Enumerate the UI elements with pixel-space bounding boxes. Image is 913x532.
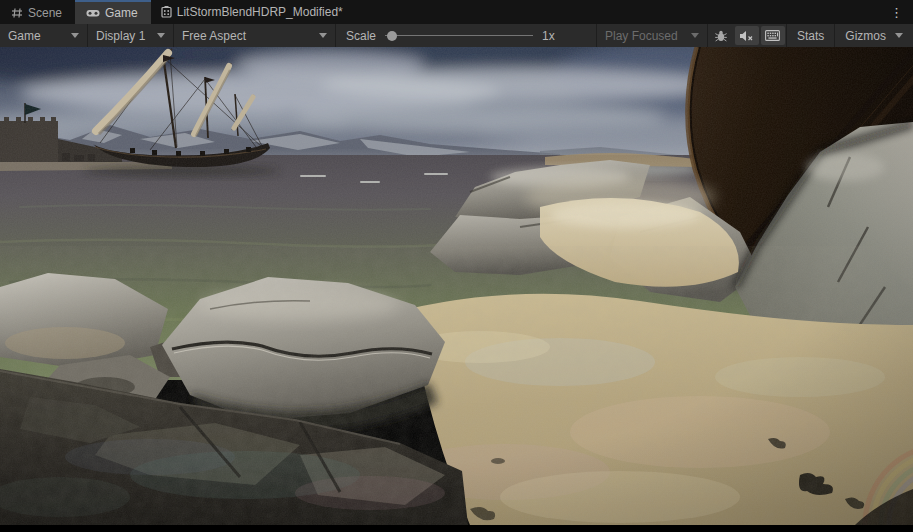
bug-debug-button[interactable] (708, 24, 734, 47)
unity-editor-window: Scene Game LitStormBlendHDR (0, 0, 913, 532)
keyboard-icon (765, 30, 780, 41)
play-focused-dropdown[interactable]: Play Focused (596, 24, 708, 47)
chevron-down-icon (895, 33, 903, 38)
vignette-overlay (0, 47, 913, 525)
scale-slider[interactable] (385, 30, 533, 42)
scale-value: 1x (542, 29, 555, 43)
display-label: Display 1 (96, 29, 149, 43)
bug-icon (714, 29, 728, 43)
game-toolbar: Game Display 1 Free Aspect Scale 1x Play… (0, 24, 913, 47)
scene-asset-icon (161, 6, 172, 18)
tab-game[interactable]: Game (75, 0, 151, 24)
toolbar-spacer (565, 24, 596, 47)
gamepad-icon (86, 7, 100, 19)
display-dropdown[interactable]: Display 1 (88, 24, 174, 47)
keyboard-shortcuts-button[interactable] (761, 26, 785, 45)
aspect-ratio-label: Free Aspect (182, 29, 311, 43)
chevron-down-icon (691, 33, 699, 38)
display-target-dropdown[interactable]: Game (0, 24, 88, 47)
tab-bar: Scene Game LitStormBlendHDR (0, 0, 913, 24)
scene-asset-title: LitStormBlendHDRP_Modified* (151, 0, 353, 24)
gizmos-label: Gizmos (845, 29, 886, 43)
scene-asset-title-label: LitStormBlendHDRP_Modified* (177, 5, 343, 19)
chevron-down-icon (157, 33, 165, 38)
scale-slider-track (385, 35, 533, 36)
chevron-down-icon (319, 33, 327, 38)
scale-slider-handle[interactable] (387, 31, 397, 41)
mute-audio-icon (739, 30, 754, 42)
gizmos-button[interactable]: Gizmos (834, 24, 913, 47)
chevron-down-icon (71, 33, 79, 38)
display-target-label: Game (8, 29, 63, 43)
tab-scene[interactable]: Scene (0, 0, 75, 24)
tab-scene-label: Scene (28, 6, 62, 20)
stats-button[interactable]: Stats (786, 24, 834, 47)
scale-label: Scale (346, 29, 376, 43)
play-focused-label: Play Focused (605, 29, 683, 43)
game-viewport[interactable] (0, 47, 913, 532)
tab-game-label: Game (105, 6, 138, 20)
scale-control: Scale 1x (336, 24, 565, 47)
kebab-menu-icon[interactable]: ⋮ (880, 0, 913, 24)
grid-icon (11, 7, 23, 19)
mute-audio-button[interactable] (735, 26, 759, 45)
stats-label: Stats (797, 29, 824, 43)
game-render-3d-scene (0, 47, 913, 525)
aspect-ratio-dropdown[interactable]: Free Aspect (174, 24, 336, 47)
